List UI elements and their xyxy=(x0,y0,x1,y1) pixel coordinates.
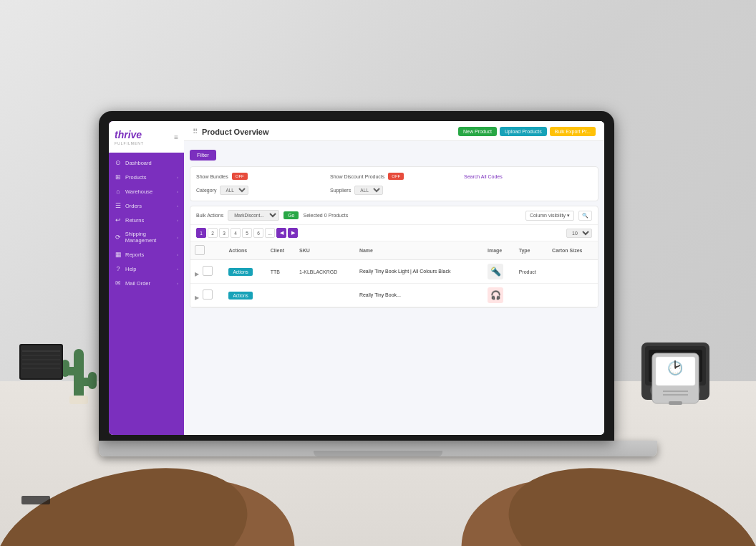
page-1-button[interactable]: 1 xyxy=(196,228,206,238)
go-button[interactable]: Go xyxy=(284,211,299,219)
table-toolbar: Bulk Actions MarkDiscont... Go Selected … xyxy=(190,206,598,225)
row-sku-cell: 1-KLBLACKRGD xyxy=(295,260,355,284)
table-row: ▶ Actions Really Tiny Boo xyxy=(190,284,598,307)
prev-page-button[interactable]: ◀ xyxy=(276,228,286,238)
chevron-orders: › xyxy=(177,203,178,208)
sidebar-label-reports: Reports xyxy=(125,252,144,258)
filter-bar: Filter xyxy=(190,147,598,161)
col-type: Type xyxy=(515,241,548,260)
row2-expand-icon[interactable]: ▶ xyxy=(195,294,199,301)
suppliers-select[interactable]: ALL xyxy=(354,186,383,195)
main-content: ⠿ Product Overview New Product Upload Pr… xyxy=(184,121,604,435)
sidebar: thrive fulfilment ≡ ⊙ Dashboard ⊞ xyxy=(109,121,184,435)
show-bundles-row: Show Bundles OFF xyxy=(196,173,324,180)
show-discount-toggle[interactable]: OFF xyxy=(388,173,404,180)
svg-rect-23 xyxy=(21,345,62,378)
column-visibility-button[interactable]: Column visibility ▾ xyxy=(525,211,574,221)
category-select[interactable]: ALL xyxy=(220,186,248,195)
help-icon: ? xyxy=(115,265,122,272)
row2-expand-cell: ▶ xyxy=(190,284,224,307)
keyboard-base xyxy=(99,441,657,456)
page-3-button[interactable]: 3 xyxy=(219,228,229,238)
col-sku: SKU xyxy=(295,241,355,260)
chevron-help: › xyxy=(177,267,178,271)
reports-icon: ▦ xyxy=(115,251,122,258)
table-header-row: Actions Client SKU Name Image Type Carto… xyxy=(190,241,598,260)
row-expand-cell: ▶ xyxy=(190,260,224,284)
row2-carton-cell xyxy=(548,284,598,307)
sidebar-item-returns[interactable]: ↩ Returns › xyxy=(109,213,184,227)
sidebar-item-products[interactable]: ⊞ Products › xyxy=(109,170,184,184)
row-type-cell: Product xyxy=(515,260,548,284)
search-icon[interactable]: 🔍 xyxy=(578,211,592,221)
page-6-button[interactable]: 6 xyxy=(253,228,263,238)
screen: thrive fulfilment ≡ ⊙ Dashboard ⊞ xyxy=(109,121,604,435)
upload-products-button[interactable]: Upload Products xyxy=(500,127,547,136)
sidebar-item-reports[interactable]: ▦ Reports › xyxy=(109,247,184,262)
content-body: Filter Show Bundles OFF Show Discount Pr… xyxy=(184,141,604,435)
page-header: ⠿ Product Overview New Product Upload Pr… xyxy=(184,121,604,141)
next-page-button[interactable]: ▶ xyxy=(288,228,298,238)
show-bundles-label: Show Bundles xyxy=(196,174,228,179)
product-image-icon: 🔦 xyxy=(490,267,501,277)
sidebar-label-mailorder: Mail Order xyxy=(125,280,150,287)
col-checkbox xyxy=(190,241,224,260)
sidebar-item-dashboard[interactable]: ⊙ Dashboard xyxy=(109,155,184,170)
row2-actions-button[interactable]: Actions xyxy=(228,292,252,300)
page-2-button[interactable]: 2 xyxy=(208,228,218,238)
hamburger-icon[interactable]: ≡ xyxy=(174,133,178,141)
mailorder-icon: ✉ xyxy=(115,279,122,287)
row-checkbox[interactable] xyxy=(203,266,213,276)
sidebar-item-help[interactable]: ? Help › xyxy=(109,262,184,276)
sidebar-nav: ⊙ Dashboard ⊞ Products › ⌂ xyxy=(109,153,184,435)
row2-checkbox[interactable] xyxy=(203,289,213,300)
search-all-codes[interactable]: Search All Codes xyxy=(464,174,503,179)
row2-name-cell: Really Tiny Book... xyxy=(355,284,483,307)
row2-client-cell xyxy=(266,284,295,307)
sidebar-item-mailorder[interactable]: ✉ Mail Order › xyxy=(109,276,184,290)
bulk-actions-select[interactable]: MarkDiscont... xyxy=(228,210,279,221)
row-image-cell: 🔦 xyxy=(483,260,515,284)
row2-name: Really Tiny Book... xyxy=(359,292,401,297)
page-title: Product Overview xyxy=(202,128,269,136)
shipping-icon: ⟳ xyxy=(115,234,122,241)
page-title-area: ⠿ Product Overview xyxy=(193,128,269,136)
new-product-button[interactable]: New Product xyxy=(458,127,497,136)
sidebar-logo: thrive fulfilment ≡ xyxy=(109,121,184,153)
col-client: Client xyxy=(266,241,295,260)
page-size-select[interactable]: 10 25 50 xyxy=(566,229,592,238)
row-sku: 1-KLBLACKRGD xyxy=(299,269,337,274)
show-discount-label: Show Discount Products xyxy=(330,174,384,179)
sidebar-label-returns: Returns xyxy=(125,217,144,224)
sidebar-label-help: Help xyxy=(125,266,136,272)
page-5-button[interactable]: 5 xyxy=(242,228,252,238)
chevron-mailorder: › xyxy=(177,281,178,285)
row-image: 🔦 xyxy=(488,264,503,279)
row-carton-cell xyxy=(548,260,598,284)
returns-icon: ↩ xyxy=(115,216,122,224)
svg-rect-18 xyxy=(669,401,682,405)
bulk-export-button[interactable]: Bulk Export Pr... xyxy=(550,127,596,136)
col-image: Image xyxy=(483,241,515,260)
sidebar-item-shipping[interactable]: ⟳ Shipping Management › xyxy=(109,227,184,247)
chevron-products: › xyxy=(177,175,178,179)
row-expand-icon[interactable]: ▶ xyxy=(195,271,199,277)
category-row: Category ALL xyxy=(196,186,324,195)
row-actions-button[interactable]: Actions xyxy=(228,268,252,276)
header-actions: New Product Upload Products Bulk Export … xyxy=(458,127,596,136)
filter-button[interactable]: Filter xyxy=(190,150,216,161)
grid-icon: ⠿ xyxy=(193,128,198,135)
show-bundles-toggle[interactable]: OFF xyxy=(232,173,248,180)
chevron-returns: › xyxy=(177,218,178,222)
svg-rect-5 xyxy=(69,396,88,404)
product2-image-icon: 🎧 xyxy=(490,290,501,300)
filter-options: Show Bundles OFF Show Discount Products … xyxy=(190,166,598,201)
suppliers-label: Suppliers xyxy=(330,188,351,193)
page-4-button[interactable]: 4 xyxy=(231,228,241,238)
sidebar-item-orders[interactable]: ☰ Orders › xyxy=(109,198,184,213)
suppliers-row: Suppliers ALL xyxy=(330,186,458,195)
row2-actions-cell: Actions xyxy=(224,284,266,307)
pagination: 1 2 3 4 5 6 ... ◀ ▶ 10 xyxy=(190,225,598,241)
sidebar-item-warehouse[interactable]: ⌂ Warehouse › xyxy=(109,184,184,198)
select-all-checkbox[interactable] xyxy=(195,245,205,255)
